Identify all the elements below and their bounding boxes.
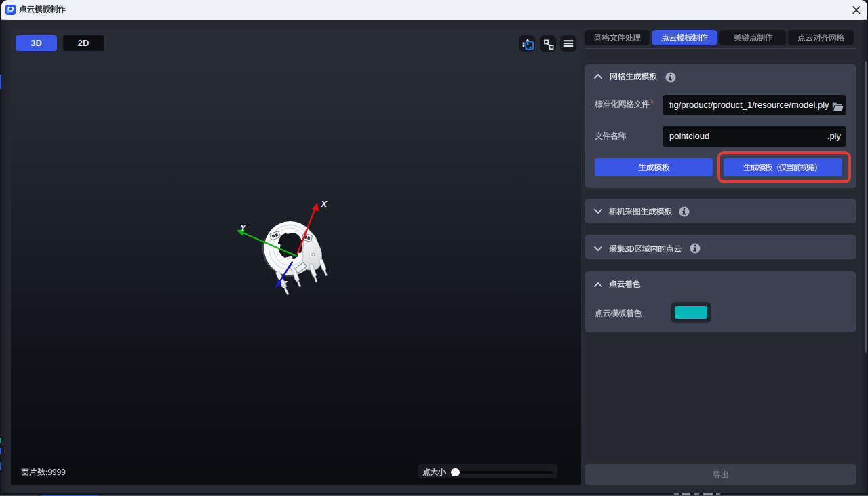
svg-text:Z: Z — [281, 279, 288, 289]
svg-text:X: X — [321, 199, 328, 209]
svg-text:Y: Y — [240, 223, 247, 233]
